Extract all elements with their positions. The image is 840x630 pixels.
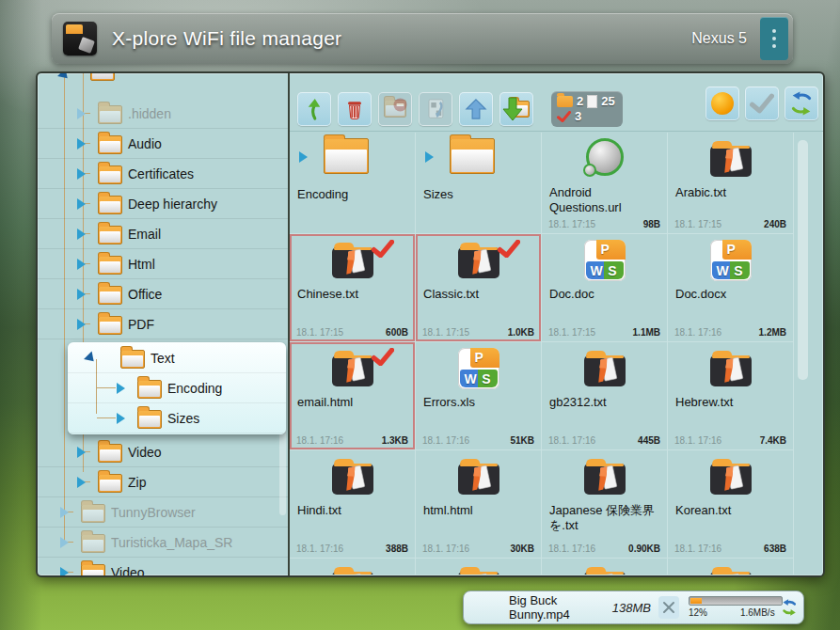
- expand-arrow-icon[interactable]: [77, 108, 86, 119]
- kebab-dot: [772, 29, 776, 33]
- grid-file-chinese-selected[interactable]: Chinese.txt 18.1. 17:15600B: [290, 234, 416, 342]
- wps-office-icon: P W S: [458, 348, 499, 389]
- tree-item-video[interactable]: Video: [38, 437, 288, 467]
- toolbar: 2 25 3: [290, 73, 823, 132]
- collapse-arrow-icon: [57, 73, 71, 82]
- tree-item-hidden[interactable]: .hidden: [38, 99, 288, 129]
- grid-file-partial[interactable]: [290, 559, 416, 575]
- file-size: 1.1MB: [633, 327, 660, 338]
- grid-scrollbar-track[interactable]: [794, 133, 823, 575]
- grid-file-email-selected[interactable]: email.html 18.1. 17:161.3KB: [290, 342, 416, 450]
- grid-file-partial[interactable]: [542, 559, 668, 575]
- folder-icon: [98, 256, 122, 275]
- grid-file-doc-docx[interactable]: P W S Doc.docx 18.1. 17:161.2MB: [668, 234, 794, 342]
- expand-arrow-icon[interactable]: [77, 198, 86, 210]
- txt-file-icon: [457, 564, 500, 575]
- kebab-dot: [772, 37, 776, 40]
- app-title: X-plore WiFi file manager: [112, 27, 341, 50]
- expand-arrow-icon[interactable]: [77, 477, 86, 488]
- tree-item-tunnybrowser[interactable]: TunnyBrowser: [38, 497, 288, 528]
- file-date: 18.1. 17:16: [674, 435, 721, 446]
- expand-arrow-icon[interactable]: [77, 138, 86, 150]
- tree-item-parent-partial[interactable]: [38, 73, 288, 99]
- grid-file-hebrew[interactable]: Hebrew.txt 18.1. 17:167.4KB: [668, 342, 794, 450]
- expand-arrow-icon[interactable]: [77, 259, 86, 270]
- tree-item-pdf[interactable]: PDF: [38, 309, 288, 339]
- counter-row-top: 2 25: [557, 94, 615, 109]
- tree-item-encoding[interactable]: Encoding: [68, 373, 286, 403]
- tree-item-turisticka-mapa[interactable]: Turisticka_Mapa_SR: [38, 528, 288, 558]
- delete-button[interactable]: [338, 92, 372, 126]
- grid-file-doc-doc[interactable]: P W S Doc.doc 18.1. 17:151.1MB: [542, 234, 668, 342]
- collapse-arrow-icon[interactable]: [84, 351, 98, 365]
- wps-letter: W: [591, 263, 603, 278]
- desktop-background: X-plore WiFi file manager Nexus 5 .hidde…: [0, 0, 840, 630]
- upload-button[interactable]: [459, 92, 493, 126]
- file-size: 600B: [386, 327, 408, 338]
- expand-arrow-icon[interactable]: [117, 383, 125, 394]
- file-date: 18.1. 17:15: [674, 219, 721, 229]
- app-header: X-plore WiFi file manager Nexus 5: [52, 13, 793, 64]
- txt-file-icon: [709, 456, 753, 496]
- grid-file-html[interactable]: html.html 18.1. 17:1630KB: [416, 450, 542, 559]
- tree-item-label: Certificates: [128, 166, 194, 181]
- expand-arrow-icon[interactable]: [77, 168, 86, 180]
- expand-arrow-icon[interactable]: [77, 289, 86, 300]
- tree-item-deep-hierarchy[interactable]: Deep hierarchy: [38, 189, 288, 219]
- grid-file-gb2312[interactable]: gb2312.txt 18.1. 17:16445B: [542, 342, 668, 450]
- file-name: Japanese 保険業界を.txt: [549, 503, 661, 533]
- grid-file-korean[interactable]: Korean.txt 18.1. 17:16638B: [668, 450, 794, 559]
- grid-file-classic-selected[interactable]: Classic.txt 18.1. 17:151.0KB: [416, 234, 542, 342]
- select-mode-button[interactable]: [745, 87, 779, 120]
- file-meta: 18.1. 17:161.3KB: [296, 435, 408, 446]
- file-meta: 18.1. 17:151.1MB: [548, 327, 660, 338]
- txt-file-icon: [331, 348, 374, 387]
- tree-item-sizes[interactable]: Sizes: [68, 403, 286, 433]
- tree-item-text-current[interactable]: Text: [68, 343, 286, 373]
- orange-ball-icon: [711, 92, 734, 115]
- grid-file-android-questions[interactable]: Android Questions.url 18.1. 17:1598B: [542, 133, 668, 234]
- expand-arrow-icon[interactable]: [77, 319, 86, 330]
- expand-arrow-icon[interactable]: [77, 228, 86, 240]
- expand-arrow-icon[interactable]: [77, 447, 86, 458]
- hidden-toggle-button[interactable]: [705, 87, 739, 120]
- transfer-sync-icon: [781, 598, 798, 617]
- expand-arrow-icon[interactable]: [60, 537, 69, 548]
- expand-arrow-icon: [299, 151, 308, 163]
- cancel-transfer-button[interactable]: [658, 596, 679, 619]
- expand-arrow-icon[interactable]: [60, 567, 69, 576]
- file-grid: Encoding Sizes Android Questions.url 18.…: [290, 133, 823, 575]
- expand-arrow-icon[interactable]: [117, 413, 125, 424]
- tree-item-certificates[interactable]: Certificates: [38, 159, 288, 189]
- tree-item-label: .hidden: [128, 106, 171, 121]
- toolbar-right-group: [705, 87, 818, 120]
- red-check-icon: [372, 348, 394, 366]
- tree-item-video-root[interactable]: Video: [38, 558, 288, 575]
- file-name: Hebrew.txt: [675, 395, 787, 410]
- new-folder-button-disabled[interactable]: [378, 92, 412, 126]
- grid-file-arabic[interactable]: Arabic.txt 18.1. 17:15240B: [668, 133, 794, 234]
- grid-folder-encoding[interactable]: Encoding: [290, 133, 416, 234]
- kebab-menu-button[interactable]: [760, 17, 788, 60]
- go-up-button[interactable]: [297, 92, 331, 126]
- expand-arrow-icon[interactable]: [60, 507, 69, 518]
- grid-file-japanese[interactable]: Japanese 保険業界を.txt 18.1. 17:160.90KB: [542, 450, 668, 559]
- rename-button-disabled[interactable]: [419, 92, 452, 126]
- progress-fill: [690, 598, 702, 604]
- grid-file-partial[interactable]: [416, 559, 542, 575]
- grid-folder-sizes[interactable]: Sizes: [416, 133, 542, 234]
- refresh-button[interactable]: [785, 87, 818, 120]
- grid-file-partial[interactable]: [668, 559, 794, 575]
- folder-tree-sidebar: .hidden Audio Certificates: [38, 73, 290, 575]
- download-zip-button[interactable]: [499, 92, 533, 126]
- file-date: 18.1. 17:15: [422, 327, 469, 338]
- folder-icon: [98, 226, 122, 244]
- tree-item-office[interactable]: Office: [38, 279, 288, 309]
- tree-item-html[interactable]: Html: [38, 249, 288, 279]
- grid-file-errors-xls[interactable]: P W S Errors.xls 18.1. 17:1651KB: [416, 342, 542, 450]
- tree-item-email[interactable]: Email: [38, 219, 288, 249]
- tree-item-zip[interactable]: Zip: [38, 467, 288, 497]
- grid-scrollbar-thumb[interactable]: [798, 140, 808, 380]
- grid-file-hindi[interactable]: Hindi.txt 18.1. 17:16388B: [290, 450, 416, 559]
- tree-item-audio[interactable]: Audio: [38, 129, 288, 159]
